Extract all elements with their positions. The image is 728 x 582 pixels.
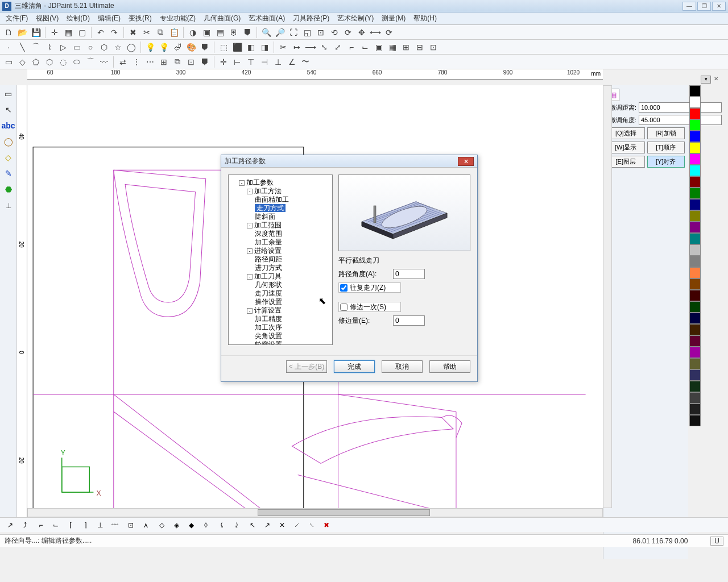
- params-tree[interactable]: -加工参数 -加工方法 曲面精加工 走刀方式 陡斜面 -加工范围 深度范围: [228, 174, 333, 345]
- bulb2-icon[interactable]: 💡: [158, 41, 170, 53]
- bt7-icon[interactable]: ⊥: [93, 519, 107, 531]
- shield4-icon[interactable]: ⛊: [198, 56, 211, 68]
- shield1-icon[interactable]: ⛨: [228, 26, 240, 39]
- trimamt-input[interactable]: [393, 315, 425, 326]
- tree-range[interactable]: 加工范围: [254, 221, 282, 229]
- redo-icon[interactable]: ↷: [108, 26, 121, 39]
- sel6-icon[interactable]: ⬭: [71, 56, 83, 68]
- axes2-icon[interactable]: ⊤: [245, 56, 257, 68]
- colorwheel-icon[interactable]: 🎨: [185, 41, 197, 53]
- btn-y-align[interactable]: [Y]对齐: [647, 156, 685, 168]
- tree-feed[interactable]: 进给设置: [254, 247, 282, 255]
- dim3-icon[interactable]: ⤡: [318, 41, 330, 53]
- control1-icon[interactable]: ⊞: [400, 41, 412, 53]
- color-swatch[interactable]: [689, 233, 701, 244]
- tree-method-cutmode[interactable]: 走刀方式: [255, 204, 286, 212]
- bt1-icon[interactable]: ↗: [3, 519, 17, 531]
- copy-icon[interactable]: ⧉: [154, 26, 167, 39]
- view3d4-icon[interactable]: ◨: [258, 41, 271, 53]
- text-tool-icon[interactable]: abc: [1, 118, 16, 133]
- paste-icon[interactable]: 📋: [168, 26, 180, 39]
- color-swatch[interactable]: [689, 119, 701, 131]
- bt13-icon[interactable]: ◆: [184, 519, 198, 531]
- color-swatch[interactable]: [689, 313, 701, 324]
- close-button[interactable]: ✕: [712, 2, 726, 11]
- tree-toggle-icon[interactable]: -: [247, 189, 253, 194]
- view3d2-icon[interactable]: ⬛: [231, 41, 243, 53]
- point-icon[interactable]: ·: [2, 41, 15, 53]
- tree-feed-spacing[interactable]: 路径间距: [255, 255, 330, 264]
- menu-draw[interactable]: 绘制(D): [63, 13, 93, 24]
- ellipse-icon[interactable]: ◯: [125, 41, 138, 53]
- tree-method[interactable]: 加工方法: [254, 187, 282, 195]
- bt15-icon[interactable]: ⤹: [215, 519, 229, 531]
- undo-icon[interactable]: ↶: [94, 26, 107, 39]
- polygon-icon[interactable]: ⬡: [98, 41, 110, 53]
- color-swatch[interactable]: [689, 415, 701, 426]
- color-swatch[interactable]: [689, 244, 701, 256]
- rotate1-icon[interactable]: ⟲: [328, 26, 341, 39]
- scrollbar-horizontal[interactable]: [27, 508, 603, 517]
- bt5-icon[interactable]: ⌈: [64, 519, 77, 531]
- color-swatch[interactable]: [689, 153, 701, 165]
- pan-icon[interactable]: ✥: [355, 26, 368, 39]
- zoom-sel-icon[interactable]: ◱: [301, 26, 313, 39]
- menu-art[interactable]: 艺术曲面(A): [245, 13, 288, 24]
- axes4-icon[interactable]: ⊥: [272, 56, 284, 68]
- axes3-icon[interactable]: ⊣: [258, 56, 271, 68]
- tree-range-depth[interactable]: 深度范围: [255, 230, 330, 238]
- star-icon[interactable]: ☆: [111, 41, 124, 53]
- bt20-icon[interactable]: ⟋: [290, 519, 304, 531]
- menu-edit[interactable]: 编辑(E): [94, 13, 124, 24]
- dist-input[interactable]: [639, 102, 722, 113]
- move-icon[interactable]: ⇄: [117, 56, 129, 68]
- group2-icon[interactable]: ⧉: [171, 56, 184, 68]
- new-icon[interactable]: 🗋: [2, 26, 15, 39]
- color-swatch[interactable]: [689, 142, 701, 153]
- frame2-icon[interactable]: ▦: [386, 41, 399, 53]
- group3-icon[interactable]: ⊡: [185, 56, 197, 68]
- tree-toggle-icon[interactable]: -: [247, 308, 253, 314]
- cancel-button[interactable]: 取消: [382, 360, 423, 373]
- open-icon[interactable]: 📂: [16, 26, 28, 39]
- tree-toggle-icon[interactable]: -: [239, 180, 245, 186]
- trim-icon[interactable]: ✂: [277, 41, 289, 53]
- tree-calc-order[interactable]: 加工次序: [255, 323, 330, 332]
- color-swatch[interactable]: [689, 210, 701, 222]
- array2-icon[interactable]: ⋯: [144, 56, 156, 68]
- box-icon[interactable]: ▢: [76, 26, 88, 39]
- color-swatch[interactable]: [689, 290, 701, 301]
- bt8-icon[interactable]: 〰: [108, 519, 122, 531]
- bt6-icon[interactable]: ⌉: [78, 519, 92, 531]
- dim5-icon[interactable]: ⌐: [345, 41, 358, 53]
- color-swatch[interactable]: [689, 267, 701, 278]
- arrow-tool-icon[interactable]: ↖: [1, 102, 16, 117]
- zoom-all-icon[interactable]: ⊡: [315, 26, 327, 39]
- shield3-icon[interactable]: ⛊: [198, 41, 211, 53]
- dialog-close-button[interactable]: ✕: [458, 157, 474, 166]
- color-swatch[interactable]: [689, 108, 701, 119]
- help-button[interactable]: 帮助: [429, 360, 470, 373]
- bt10-icon[interactable]: ⋏: [139, 519, 152, 531]
- tree-calc-contour[interactable]: 轮廓设置: [255, 340, 330, 345]
- bt17-icon[interactable]: ↖: [246, 519, 259, 531]
- sel1-icon[interactable]: ▭: [2, 56, 15, 68]
- trim-checkbox[interactable]: [340, 304, 348, 311]
- color-swatch[interactable]: [689, 97, 701, 108]
- btn-t-order[interactable]: [T]顺序: [647, 142, 685, 153]
- dialog-titlebar[interactable]: 加工路径参数 ✕: [221, 155, 477, 168]
- btn-r-lock[interactable]: [R]加锁: [647, 127, 685, 139]
- bt11-icon[interactable]: ◇: [155, 519, 168, 531]
- frame1-icon[interactable]: ▣: [373, 41, 385, 53]
- angle-icon[interactable]: ∠: [286, 56, 298, 68]
- tree-feed-entry[interactable]: 进刀方式: [255, 264, 330, 272]
- panel-toggle-icon[interactable]: ▾: [701, 76, 711, 84]
- bt2-icon[interactable]: ⤴: [18, 519, 32, 531]
- finish-button[interactable]: 完成: [334, 360, 375, 373]
- menu-view[interactable]: 视图(V): [32, 13, 62, 24]
- bulb1-icon[interactable]: 💡: [144, 41, 156, 53]
- sel7-icon[interactable]: ⌒: [84, 56, 97, 68]
- array1-icon[interactable]: ⋮: [130, 56, 143, 68]
- btn-q-select[interactable]: [Q]选择: [607, 127, 645, 139]
- color-swatch[interactable]: [689, 335, 701, 347]
